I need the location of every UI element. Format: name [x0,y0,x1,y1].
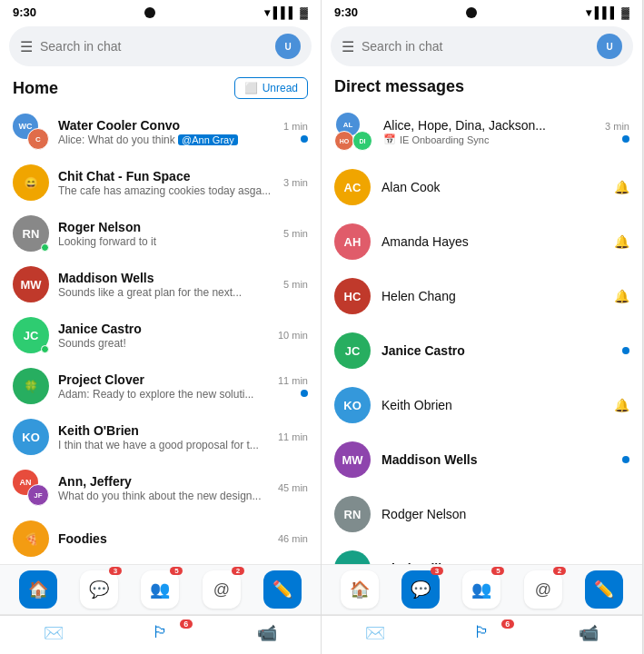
dm-name-alan-cook: Alan Cook [381,180,603,194]
online-dot-janice [41,345,49,353]
chat-item-keith-obrien[interactable]: KO Keith O'Brien I thin that we have a g… [0,411,321,462]
user-avatar-right[interactable]: U [597,34,622,59]
chat-time-chit-chat: 3 min [283,177,308,188]
section-header-right: Direct messages [322,74,642,104]
user-avatar-left[interactable]: U [275,34,301,59]
action-chat-right[interactable]: 💬 3 [401,570,440,609]
chat-preview-roger-nelson: Looking forward to it [58,235,274,248]
action-compose-right[interactable]: ✏️ [585,570,623,609]
dm-name-janice-castro-dm: Janice Castro [381,343,611,358]
action-bar-left: 🏠 💬 3 👥 5 @ 2 ✏️ [0,564,321,615]
dm-item-keith-obrien-dm[interactable]: KO Keith Obrien 🔔 [322,378,642,432]
search-bar-left[interactable]: ☰ U [9,26,312,66]
dm-item-alice-group[interactable]: AL HO DI Alice, Hope, Dina, Jackson... 📅… [322,104,642,160]
action-compose-left[interactable]: ✏️ [263,570,302,609]
bottom-nav-activity-right[interactable]: 🏳 6 [429,619,536,647]
dm-info-alice-group: Alice, Hope, Dina, Jackson... 📅 IE Onboa… [383,118,594,145]
left-phone: 9:30 ▾ ▌▌▌ ▓ ☰ U Home ⬜ Unread WC C Wate… [0,0,322,654]
action-home-left[interactable]: 🏠 [19,570,57,609]
chat-info-maddison-wells: Maddison Wells Sounds like a great plan … [58,271,274,299]
chat-name-janice-castro: Janice Castro [58,322,269,336]
chat-meta-roger-nelson: 5 min [283,228,308,239]
chat-info-project-clover: Project Clover Adam: Ready to explore th… [58,372,269,401]
search-input-right[interactable] [362,39,590,54]
chat-item-foodies[interactable]: 🍕 Foodies 46 min [0,513,321,564]
unread-dot-janice-dm [622,347,629,354]
chat-meta-keith-obrien: 11 min [278,431,308,442]
chat-time-maddison-wells: 5 min [283,279,308,290]
dm-item-gloria-hill[interactable]: GH Gloria Hill [322,541,642,564]
chat-time-janice-castro: 10 min [278,330,308,341]
bottom-nav-mail-right[interactable]: ✉️ [322,619,429,647]
bell-icon-alan: 🔔 [614,180,629,194]
mail-icon-left: ✉️ [44,623,64,643]
chat-item-janice-castro[interactable]: JC Janice Castro Sounds great! 10 min [0,310,321,361]
status-time-left: 9:30 [13,5,36,19]
chat-item-project-clover[interactable]: 🍀 Project Clover Adam: Ready to explore … [0,361,321,411]
hamburger-icon-left[interactable]: ☰ [20,38,33,55]
chat-name-project-clover: Project Clover [58,372,269,387]
chat-info-roger-nelson: Roger Nelson Looking forward to it [58,220,274,248]
chat-item-maddison-wells[interactable]: MW Maddison Wells Sounds like a great pl… [0,259,321,310]
chat-time-project-clover: 11 min [278,375,308,386]
bell-icon-keith: 🔔 [614,398,629,412]
action-bar-right: 🏠 💬 3 👥 5 @ 2 ✏️ [322,564,642,615]
dm-item-alan-cook[interactable]: AC Alan Cook 🔔 [322,160,642,214]
avatar-keith-obrien-dm: KO [334,387,371,423]
wifi-icon-left: ▾ [264,6,270,19]
avatar-chit-chat: 😄 [13,164,49,201]
search-input-left[interactable] [40,39,268,54]
bottom-nav-left: ✉️ 🏳 6 📹 [0,615,321,654]
action-teams-left[interactable]: 👥 5 [141,570,179,609]
chat-preview-keith-obrien: I thin that we have a good proposal for … [58,439,269,451]
action-teams-right[interactable]: 👥 5 [462,570,500,609]
search-bar-right[interactable]: ☰ U [331,26,633,66]
bottom-nav-video-right[interactable]: 📹 [535,619,642,647]
chat-info-water-cooler: Water Cooler Convo Alice: What do you th… [58,118,274,146]
action-home-right[interactable]: 🏠 [341,570,379,609]
chat-preview-chit-chat: The cafe has amazing cookies today asga.… [58,184,274,197]
signal-icon-right: ▌▌▌ [595,6,619,19]
mail-icon-right: ✉️ [365,623,385,643]
dm-meta-alice-group: 3 min [605,121,629,143]
action-badge-chat-right: 3 [431,567,443,575]
chat-item-roger-nelson[interactable]: RN Roger Nelson Looking forward to it 5 … [0,208,321,259]
hamburger-icon-right[interactable]: ☰ [342,38,354,55]
right-phone: 9:30 ▾ ▌▌▌ ▓ ☰ U Direct messages AL HO D… [322,0,643,654]
bottom-nav-mail-left[interactable]: ✉️ [0,619,107,647]
dm-item-janice-castro-dm[interactable]: JC Janice Castro [322,323,642,378]
action-mentions-right[interactable]: @ 2 [524,570,562,609]
dm-item-helen-chang[interactable]: HC Helen Chang 🔔 [322,269,642,323]
avatar-maddison-wells-dm: MW [334,441,371,478]
dm-name-helen-chang: Helen Chang [381,289,603,303]
chat-item-chit-chat[interactable]: 😄 Chit Chat - Fun Space The cafe has ama… [0,157,321,208]
action-badge-teams-right: 5 [491,567,504,575]
bottom-nav-activity-left[interactable]: 🏳 6 [107,619,214,647]
dm-sub-alice-group: 📅 IE Onboarding Sync [383,134,594,145]
unread-dot-water-cooler [301,135,308,143]
camera-right [466,7,477,18]
wifi-icon-right: ▾ [586,6,591,19]
avatar-project-clover: 🍀 [13,368,49,404]
chat-time-keith-obrien: 11 min [278,431,308,442]
status-icons-left: ▾ ▌▌▌ ▓ [264,6,308,19]
chat-item-ann-jeffery[interactable]: AN JF Ann, Jeffery What do you think abo… [0,462,321,513]
bell-icon-helen-chang: 🔔 [614,289,629,303]
dm-list: AL HO DI Alice, Hope, Dina, Jackson... 📅… [322,104,642,564]
action-mentions-left[interactable]: @ 2 [203,570,241,609]
dm-item-rodger-nelson[interactable]: RN Rodger Nelson [322,487,642,541]
activity-badge-right: 6 [501,619,514,629]
bell-icon-amanda: 🔔 [614,234,629,249]
chat-name-chit-chat: Chit Chat - Fun Space [58,169,274,183]
status-icons-right: ▾ ▌▌▌ ▓ [586,6,629,19]
dm-item-amanda-hayes[interactable]: AH Amanda Hayes 🔔 [322,214,642,269]
unread-button[interactable]: ⬜ Unread [234,77,308,99]
action-chat-left[interactable]: 💬 3 [80,570,118,609]
avatar-alan-cook: AC [334,169,371,205]
chat-meta-project-clover: 11 min [278,375,308,397]
chat-info-janice-castro: Janice Castro Sounds great! [58,322,269,350]
dm-item-maddison-wells-dm[interactable]: MW Maddison Wells [322,432,642,487]
bottom-nav-video-left[interactable]: 📹 [213,619,321,647]
video-icon-left: 📹 [257,623,277,643]
chat-item-water-cooler[interactable]: WC C Water Cooler Convo Alice: What do y… [0,106,321,157]
